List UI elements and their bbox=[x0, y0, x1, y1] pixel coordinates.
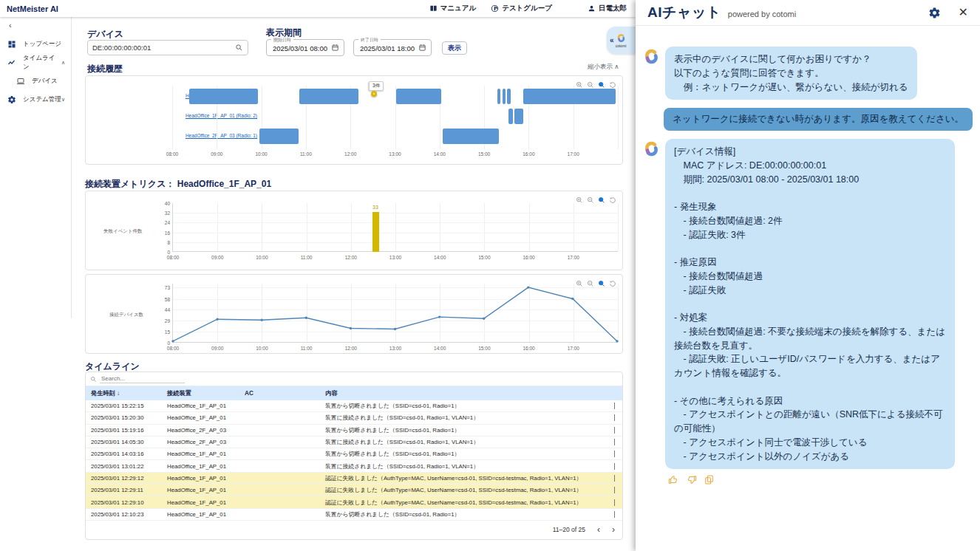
zoom-out-icon[interactable] bbox=[587, 194, 594, 201]
data-point[interactable] bbox=[527, 286, 529, 288]
timeline-row[interactable]: 2025/03/01 12:10:23HeadOffice_1F_AP_01装置… bbox=[86, 509, 622, 521]
zoom-in-icon[interactable] bbox=[576, 78, 583, 86]
device-search-field[interactable] bbox=[87, 40, 248, 55]
data-point[interactable] bbox=[261, 319, 263, 321]
reset-zoom-icon[interactable] bbox=[609, 277, 616, 284]
expand-row-icon[interactable] bbox=[614, 475, 615, 482]
box-zoom-icon[interactable] bbox=[598, 194, 605, 201]
data-point[interactable] bbox=[483, 318, 485, 320]
box-zoom-icon[interactable] bbox=[598, 277, 605, 284]
timeline-row[interactable]: 2025/03/01 13:01:22HeadOffice_1F_AP_01装置… bbox=[86, 460, 622, 472]
expand-row-icon[interactable] bbox=[614, 463, 615, 470]
connection-bar[interactable] bbox=[443, 129, 499, 144]
timeline-row[interactable]: 2025/03/01 12:29:10HeadOffice_1F_AP_01認証… bbox=[86, 496, 622, 508]
connection-bar[interactable] bbox=[503, 89, 506, 104]
expand-row-icon[interactable] bbox=[614, 487, 615, 493]
timeline-row[interactable]: 2025/03/01 12:29:11HeadOffice_1F_AP_01認証… bbox=[86, 485, 622, 496]
expand-row-icon[interactable] bbox=[614, 427, 615, 434]
column-header-0[interactable]: 発生時刻 ↓ bbox=[86, 389, 162, 397]
column-header-1[interactable]: 接続装置 bbox=[162, 389, 239, 397]
copy-icon[interactable] bbox=[704, 474, 715, 485]
table-search-input[interactable] bbox=[100, 374, 185, 383]
column-header-3[interactable]: 内容 bbox=[320, 389, 603, 397]
connection-bar[interactable] bbox=[508, 109, 513, 124]
timeline-row[interactable]: 2025/03/01 15:19:16HeadOffice_2F_AP_03装置… bbox=[86, 425, 622, 437]
sidebar-item-1[interactable]: タイムライン∧ bbox=[0, 53, 71, 72]
calendar-icon[interactable] bbox=[331, 44, 339, 52]
data-point[interactable] bbox=[438, 315, 440, 318]
connection-bar[interactable] bbox=[523, 89, 616, 104]
table-search-row bbox=[86, 372, 622, 386]
x-axis-tick: 14:00 bbox=[434, 346, 446, 351]
timeline-row[interactable]: 2025/03/01 15:22:15HeadOffice_1F_AP_01装置… bbox=[86, 400, 622, 412]
event-marker-icon[interactable] bbox=[371, 91, 377, 97]
gridline bbox=[618, 203, 619, 251]
expand-row-icon[interactable] bbox=[614, 403, 615, 409]
connection-bar[interactable] bbox=[299, 89, 358, 104]
data-point[interactable] bbox=[350, 327, 352, 329]
failed-events-bar[interactable] bbox=[372, 212, 379, 252]
x-axis-tick: 13:00 bbox=[389, 255, 401, 260]
zoom-out-icon[interactable] bbox=[587, 277, 594, 284]
timeline-row[interactable]: 2025/03/01 15:20:30HeadOffice_1F_AP_01装置… bbox=[86, 412, 622, 424]
end-datetime-field[interactable]: 終了日時 2025/03/01 18:00 bbox=[353, 39, 432, 56]
chat-settings-button[interactable] bbox=[928, 7, 941, 19]
data-point[interactable] bbox=[171, 340, 174, 342]
column-header-2[interactable]: AC bbox=[239, 390, 320, 397]
group-selector[interactable]: テストグループ bbox=[491, 4, 552, 13]
expand-row-icon[interactable] bbox=[614, 451, 615, 457]
connection-bar[interactable] bbox=[507, 89, 510, 104]
calendar-icon[interactable] bbox=[418, 44, 426, 52]
reset-zoom-icon[interactable] bbox=[609, 194, 616, 201]
zoom-out-icon[interactable] bbox=[587, 78, 594, 86]
manual-link[interactable]: マニュアル bbox=[429, 4, 477, 13]
failed-events-chart[interactable]: 081624324008:0009:0010:0011:0012:0013:00… bbox=[172, 203, 618, 252]
timeline-row[interactable]: 2025/03/01 14:03:16HeadOffice_1F_AP_01装置… bbox=[86, 448, 622, 460]
sidebar-item-3[interactable]: システム管理∨ bbox=[0, 90, 71, 109]
sidebar-collapse-button[interactable]: ‹ bbox=[0, 17, 71, 35]
data-point[interactable] bbox=[571, 298, 574, 300]
show-button[interactable]: 表示 bbox=[442, 41, 467, 55]
expand-row-icon[interactable] bbox=[614, 511, 615, 518]
connection-bar[interactable] bbox=[259, 129, 299, 144]
zoom-in-icon[interactable] bbox=[576, 277, 583, 284]
sidebar-item-0[interactable]: トップページ bbox=[0, 35, 71, 53]
data-point[interactable] bbox=[394, 328, 396, 330]
y-axis-tick: 58 bbox=[165, 296, 170, 301]
data-point[interactable] bbox=[216, 318, 218, 321]
reset-zoom-icon[interactable] bbox=[609, 78, 616, 86]
thumbs-down-icon[interactable] bbox=[686, 474, 697, 485]
user-menu[interactable]: 日電太郎 bbox=[588, 4, 627, 13]
shrink-view-link[interactable]: 縮小表示 ∧ bbox=[588, 63, 619, 72]
zoom-in-icon[interactable] bbox=[576, 194, 583, 201]
device-search-input[interactable] bbox=[92, 44, 235, 52]
data-point[interactable] bbox=[305, 317, 307, 319]
device-field-label: デバイス bbox=[87, 28, 123, 41]
next-page-icon[interactable]: › bbox=[612, 525, 615, 534]
user-bubble: ネットワークに接続できない時があります。原因を教えてください。 bbox=[664, 108, 973, 131]
chevron-icon: ∧ bbox=[61, 60, 65, 66]
timeline-row[interactable]: 2025/03/01 12:29:12HeadOffice_1F_AP_01認証… bbox=[86, 473, 622, 485]
x-axis-tick: 17:00 bbox=[568, 346, 579, 351]
expand-row-icon[interactable] bbox=[614, 439, 615, 445]
sidebar-item-2[interactable]: デバイス bbox=[0, 72, 71, 90]
expand-row-icon[interactable] bbox=[614, 499, 615, 506]
thumbs-up-icon[interactable] bbox=[668, 474, 679, 485]
start-datetime-field[interactable]: 開始日時 2025/03/01 08:00 bbox=[266, 39, 344, 56]
connection-bar[interactable] bbox=[396, 89, 441, 104]
gear-icon bbox=[7, 95, 16, 104]
search-icon[interactable] bbox=[235, 44, 243, 52]
connection-bar[interactable] bbox=[514, 109, 523, 124]
timeline-row[interactable]: 2025/03/01 14:05:30HeadOffice_2F_AP_03装置… bbox=[86, 437, 622, 448]
connection-bar[interactable] bbox=[189, 89, 258, 104]
expand-row-icon[interactable] bbox=[614, 414, 615, 421]
data-point[interactable] bbox=[616, 340, 618, 342]
connection-bar[interactable] bbox=[497, 89, 500, 104]
assistant-bubble: 表示中のデバイスに関して何かお困りですか？ 以下のような質問に回答できます。 例… bbox=[665, 47, 917, 100]
box-zoom-icon[interactable] bbox=[598, 78, 605, 86]
prev-page-icon[interactable]: ‹ bbox=[597, 525, 600, 534]
chat-close-button[interactable]: ✕ bbox=[959, 7, 968, 18]
cotomi-panel-toggle[interactable]: « cotomi bbox=[607, 27, 636, 54]
connected-devices-chart[interactable]: 0152944587308:0009:0010:0011:0012:0013:0… bbox=[172, 284, 618, 343]
connection-history-chart[interactable]: 08:0009:0010:0011:0012:0013:0014:0015:00… bbox=[172, 86, 618, 149]
